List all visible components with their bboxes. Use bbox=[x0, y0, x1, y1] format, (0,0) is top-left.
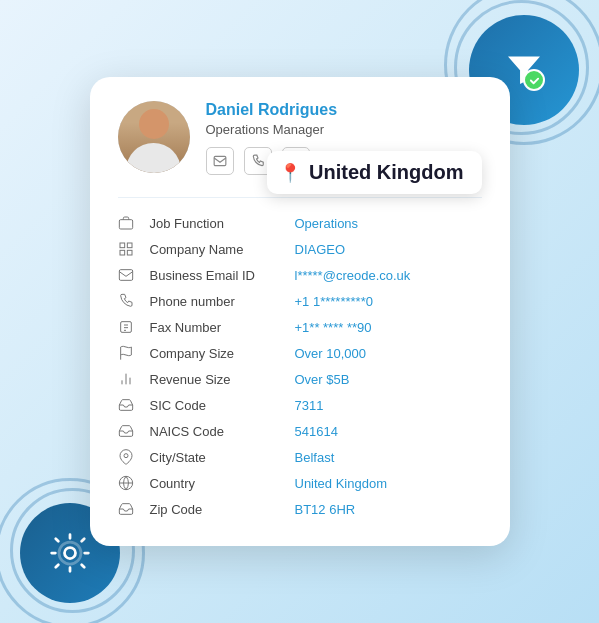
svg-rect-5 bbox=[120, 243, 125, 248]
svg-point-0 bbox=[65, 548, 76, 559]
row-label-2: Business Email ID bbox=[150, 268, 295, 283]
row-label-8: NAICS Code bbox=[150, 424, 295, 439]
row-value-4: +1** **** **90 bbox=[295, 320, 372, 335]
row-label-9: City/State bbox=[150, 450, 295, 465]
fax-icon bbox=[118, 319, 150, 335]
avatar-body bbox=[126, 143, 181, 173]
globe-icon bbox=[118, 475, 150, 491]
row-value-8: 541614 bbox=[295, 424, 338, 439]
row-label-5: Company Size bbox=[150, 346, 295, 361]
gear-icon bbox=[48, 531, 92, 575]
funnel-icon-wrap bbox=[505, 51, 543, 89]
row-value-1: DIAGEO bbox=[295, 242, 346, 257]
avatar-head bbox=[139, 109, 169, 139]
location-pin-icon: 📍 bbox=[279, 162, 301, 184]
table-row: Zip CodeBT12 6HR bbox=[118, 496, 482, 522]
table-row: NAICS Code541614 bbox=[118, 418, 482, 444]
table-row: Business Email IDl*****@creode.co.uk bbox=[118, 262, 482, 288]
grid-icon bbox=[118, 241, 150, 257]
row-label-4: Fax Number bbox=[150, 320, 295, 335]
bar-chart-icon bbox=[118, 371, 150, 387]
inbox3-icon bbox=[118, 501, 150, 517]
profile-title: Operations Manager bbox=[206, 122, 482, 137]
location-badge: 📍 United Kingdom bbox=[267, 151, 481, 194]
row-value-2: l*****@creode.co.uk bbox=[295, 268, 411, 283]
row-value-3: +1 1*********0 bbox=[295, 294, 373, 309]
email-icon-button[interactable] bbox=[206, 147, 234, 175]
row-value-11: BT12 6HR bbox=[295, 502, 356, 517]
data-rows: Job FunctionOperationsCompany NameDIAGEO… bbox=[118, 210, 482, 522]
table-row: Company SizeOver 10,000 bbox=[118, 340, 482, 366]
svg-rect-9 bbox=[119, 270, 132, 281]
svg-rect-7 bbox=[120, 250, 125, 255]
svg-rect-8 bbox=[127, 250, 132, 255]
briefcase-icon bbox=[118, 215, 150, 231]
row-value-6: Over $5B bbox=[295, 372, 350, 387]
table-row: SIC Code7311 bbox=[118, 392, 482, 418]
check-badge bbox=[523, 69, 545, 91]
table-row: Revenue SizeOver $5B bbox=[118, 366, 482, 392]
row-label-10: Country bbox=[150, 476, 295, 491]
gear-icon-wrap bbox=[48, 531, 92, 575]
svg-rect-4 bbox=[119, 220, 132, 229]
row-value-0: Operations bbox=[295, 216, 359, 231]
row-label-0: Job Function bbox=[150, 216, 295, 231]
svg-rect-6 bbox=[127, 243, 132, 248]
flag-icon bbox=[118, 345, 150, 361]
table-row: Company NameDIAGEO bbox=[118, 236, 482, 262]
table-row: Fax Number+1** **** **90 bbox=[118, 314, 482, 340]
profile-name: Daniel Rodrigues bbox=[206, 101, 482, 119]
svg-rect-2 bbox=[214, 156, 226, 165]
profile-section: Daniel Rodrigues Operations Manager bbox=[118, 101, 482, 181]
table-row: Job FunctionOperations bbox=[118, 210, 482, 236]
row-value-7: 7311 bbox=[295, 398, 324, 413]
svg-point-15 bbox=[124, 454, 128, 458]
email-icon bbox=[213, 154, 227, 168]
row-value-5: Over 10,000 bbox=[295, 346, 367, 361]
avatar bbox=[118, 101, 190, 173]
table-row: Phone number+1 1*********0 bbox=[118, 288, 482, 314]
svg-point-1 bbox=[59, 542, 81, 564]
avatar-image bbox=[118, 101, 190, 173]
row-value-9: Belfast bbox=[295, 450, 335, 465]
row-label-7: SIC Code bbox=[150, 398, 295, 413]
inbox2-icon bbox=[118, 423, 150, 439]
row-label-11: Zip Code bbox=[150, 502, 295, 517]
mail-icon bbox=[118, 267, 150, 283]
phone-icon bbox=[251, 154, 265, 168]
phone-icon bbox=[118, 293, 150, 309]
row-value-10: United Kingdom bbox=[295, 476, 388, 491]
map-pin-icon bbox=[118, 449, 150, 465]
row-label-6: Revenue Size bbox=[150, 372, 295, 387]
check-icon bbox=[529, 75, 540, 86]
row-label-1: Company Name bbox=[150, 242, 295, 257]
table-row: CountryUnited Kingdom bbox=[118, 470, 482, 496]
location-text: United Kingdom bbox=[309, 161, 463, 184]
divider bbox=[118, 197, 482, 198]
table-row: City/StateBelfast bbox=[118, 444, 482, 470]
profile-card: Daniel Rodrigues Operations Manager bbox=[90, 77, 510, 546]
row-label-3: Phone number bbox=[150, 294, 295, 309]
inbox-icon bbox=[118, 397, 150, 413]
